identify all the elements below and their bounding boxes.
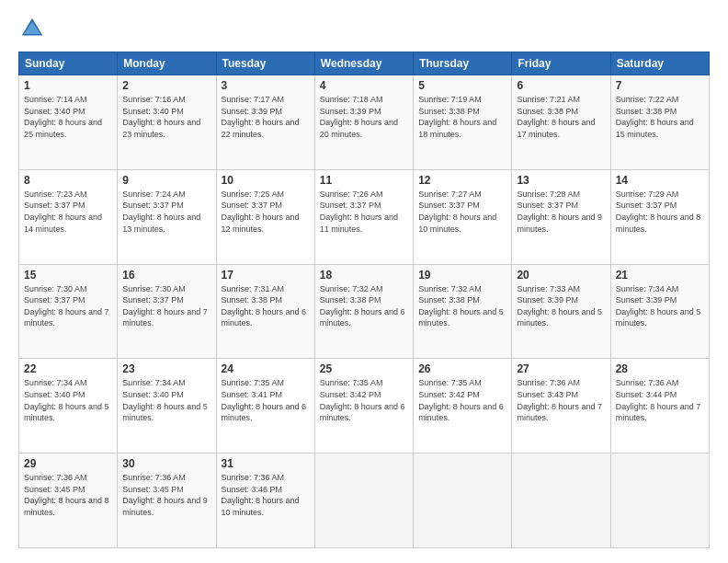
day-number: 4 xyxy=(320,79,408,92)
calendar-day-cell: 25 Sunrise: 7:35 AM Sunset: 3:42 PM Dayl… xyxy=(314,359,413,454)
calendar-day-cell: 18 Sunrise: 7:32 AM Sunset: 3:38 PM Dayl… xyxy=(314,264,413,359)
day-info: Sunrise: 7:17 AM Sunset: 3:39 PM Dayligh… xyxy=(222,94,310,140)
day-info: Sunrise: 7:34 AM Sunset: 3:39 PM Dayligh… xyxy=(616,283,704,329)
calendar-day-cell: 15 Sunrise: 7:30 AM Sunset: 3:37 PM Dayl… xyxy=(19,264,118,359)
day-info: Sunrise: 7:33 AM Sunset: 3:39 PM Dayligh… xyxy=(517,283,605,329)
header xyxy=(18,15,710,42)
day-info: Sunrise: 7:26 AM Sunset: 3:37 PM Dayligh… xyxy=(320,189,408,235)
day-number: 2 xyxy=(122,79,210,92)
calendar-day-cell: 21 Sunrise: 7:34 AM Sunset: 3:39 PM Dayl… xyxy=(610,264,709,359)
day-number: 6 xyxy=(517,79,605,92)
day-number: 7 xyxy=(616,79,704,92)
day-info: Sunrise: 7:36 AM Sunset: 3:43 PM Dayligh… xyxy=(517,377,605,423)
calendar-day-cell: 28 Sunrise: 7:36 AM Sunset: 3:44 PM Dayl… xyxy=(610,359,709,454)
weekday-header: Sunday xyxy=(19,52,118,75)
day-info: Sunrise: 7:29 AM Sunset: 3:37 PM Dayligh… xyxy=(616,189,704,235)
calendar-day-cell: 27 Sunrise: 7:36 AM Sunset: 3:43 PM Dayl… xyxy=(512,359,610,454)
calendar-day-cell: 9 Sunrise: 7:24 AM Sunset: 3:37 PM Dayli… xyxy=(118,169,216,264)
day-info: Sunrise: 7:21 AM Sunset: 3:38 PM Dayligh… xyxy=(517,94,605,140)
calendar-day-cell: 13 Sunrise: 7:28 AM Sunset: 3:37 PM Dayl… xyxy=(512,169,610,264)
day-number: 24 xyxy=(222,362,310,375)
day-number: 5 xyxy=(418,79,506,92)
day-number: 8 xyxy=(24,174,112,187)
weekday-header: Tuesday xyxy=(216,52,314,75)
day-info: Sunrise: 7:36 AM Sunset: 3:45 PM Dayligh… xyxy=(122,472,210,518)
day-number: 27 xyxy=(517,362,605,375)
weekday-header: Wednesday xyxy=(314,52,413,75)
day-info: Sunrise: 7:28 AM Sunset: 3:37 PM Dayligh… xyxy=(517,189,605,235)
day-number: 15 xyxy=(24,269,112,282)
day-info: Sunrise: 7:27 AM Sunset: 3:37 PM Dayligh… xyxy=(418,189,506,235)
weekday-header: Thursday xyxy=(414,52,512,75)
day-number: 18 xyxy=(320,269,408,282)
page: SundayMondayTuesdayWednesdayThursdayFrid… xyxy=(0,0,728,563)
calendar-day-cell: 8 Sunrise: 7:23 AM Sunset: 3:37 PM Dayli… xyxy=(19,169,118,264)
calendar-day-cell: 24 Sunrise: 7:35 AM Sunset: 3:41 PM Dayl… xyxy=(216,359,314,454)
day-info: Sunrise: 7:36 AM Sunset: 3:46 PM Dayligh… xyxy=(222,472,310,518)
day-number: 21 xyxy=(616,269,704,282)
day-number: 29 xyxy=(24,457,112,470)
day-number: 12 xyxy=(418,174,506,187)
calendar-day-cell: 20 Sunrise: 7:33 AM Sunset: 3:39 PM Dayl… xyxy=(512,264,610,359)
day-info: Sunrise: 7:24 AM Sunset: 3:37 PM Dayligh… xyxy=(122,189,210,235)
weekday-header-row: SundayMondayTuesdayWednesdayThursdayFrid… xyxy=(19,52,710,75)
calendar-day-cell: 1 Sunrise: 7:14 AM Sunset: 3:40 PM Dayli… xyxy=(19,75,118,170)
logo xyxy=(18,15,50,42)
day-number: 13 xyxy=(517,174,605,187)
calendar-day-cell: 23 Sunrise: 7:34 AM Sunset: 3:40 PM Dayl… xyxy=(118,359,216,454)
day-info: Sunrise: 7:16 AM Sunset: 3:40 PM Dayligh… xyxy=(122,94,210,140)
day-info: Sunrise: 7:22 AM Sunset: 3:38 PM Dayligh… xyxy=(616,94,704,140)
calendar-day-cell: 26 Sunrise: 7:35 AM Sunset: 3:42 PM Dayl… xyxy=(414,359,512,454)
day-number: 3 xyxy=(222,79,310,92)
day-info: Sunrise: 7:32 AM Sunset: 3:38 PM Dayligh… xyxy=(320,283,408,329)
calendar-day-cell: 17 Sunrise: 7:31 AM Sunset: 3:38 PM Dayl… xyxy=(216,264,314,359)
day-number: 16 xyxy=(122,269,210,282)
day-info: Sunrise: 7:25 AM Sunset: 3:37 PM Dayligh… xyxy=(222,189,310,235)
day-number: 23 xyxy=(122,362,210,375)
calendar-week-row: 15 Sunrise: 7:30 AM Sunset: 3:37 PM Dayl… xyxy=(19,264,710,359)
day-number: 31 xyxy=(222,457,310,470)
day-number: 28 xyxy=(616,362,704,375)
weekday-header: Monday xyxy=(118,52,216,75)
calendar-week-row: 22 Sunrise: 7:34 AM Sunset: 3:40 PM Dayl… xyxy=(19,359,710,454)
calendar-week-row: 1 Sunrise: 7:14 AM Sunset: 3:40 PM Dayli… xyxy=(19,75,710,170)
day-info: Sunrise: 7:32 AM Sunset: 3:38 PM Dayligh… xyxy=(418,283,506,329)
calendar-week-row: 8 Sunrise: 7:23 AM Sunset: 3:37 PM Dayli… xyxy=(19,169,710,264)
calendar-day-cell: 6 Sunrise: 7:21 AM Sunset: 3:38 PM Dayli… xyxy=(512,75,610,170)
day-number: 22 xyxy=(24,362,112,375)
calendar-week-row: 29 Sunrise: 7:36 AM Sunset: 3:45 PM Dayl… xyxy=(19,454,710,548)
day-number: 30 xyxy=(122,457,210,470)
day-number: 17 xyxy=(222,269,310,282)
calendar-day-cell: 11 Sunrise: 7:26 AM Sunset: 3:37 PM Dayl… xyxy=(314,169,413,264)
day-info: Sunrise: 7:36 AM Sunset: 3:45 PM Dayligh… xyxy=(24,472,112,518)
day-info: Sunrise: 7:34 AM Sunset: 3:40 PM Dayligh… xyxy=(122,377,210,423)
calendar-day-cell: 2 Sunrise: 7:16 AM Sunset: 3:40 PM Dayli… xyxy=(118,75,216,170)
calendar-day-cell: 3 Sunrise: 7:17 AM Sunset: 3:39 PM Dayli… xyxy=(216,75,314,170)
calendar-day-cell: 5 Sunrise: 7:19 AM Sunset: 3:38 PM Dayli… xyxy=(414,75,512,170)
day-info: Sunrise: 7:36 AM Sunset: 3:44 PM Dayligh… xyxy=(616,377,704,423)
day-info: Sunrise: 7:19 AM Sunset: 3:38 PM Dayligh… xyxy=(418,94,506,140)
calendar-day-cell: 31 Sunrise: 7:36 AM Sunset: 3:46 PM Dayl… xyxy=(216,454,314,548)
logo-icon xyxy=(18,15,46,42)
calendar-day-cell: 16 Sunrise: 7:30 AM Sunset: 3:37 PM Dayl… xyxy=(118,264,216,359)
calendar-table: SundayMondayTuesdayWednesdayThursdayFrid… xyxy=(18,52,710,548)
calendar-day-cell xyxy=(610,454,709,548)
day-info: Sunrise: 7:35 AM Sunset: 3:42 PM Dayligh… xyxy=(418,377,506,423)
calendar-day-cell: 12 Sunrise: 7:27 AM Sunset: 3:37 PM Dayl… xyxy=(414,169,512,264)
day-info: Sunrise: 7:30 AM Sunset: 3:37 PM Dayligh… xyxy=(122,283,210,329)
day-number: 25 xyxy=(320,362,408,375)
calendar-day-cell xyxy=(314,454,413,548)
calendar-day-cell: 29 Sunrise: 7:36 AM Sunset: 3:45 PM Dayl… xyxy=(19,454,118,548)
weekday-header: Saturday xyxy=(610,52,709,75)
day-number: 1 xyxy=(24,79,112,92)
day-info: Sunrise: 7:14 AM Sunset: 3:40 PM Dayligh… xyxy=(24,94,112,140)
calendar-day-cell: 22 Sunrise: 7:34 AM Sunset: 3:40 PM Dayl… xyxy=(19,359,118,454)
day-info: Sunrise: 7:18 AM Sunset: 3:39 PM Dayligh… xyxy=(320,94,408,140)
calendar-day-cell: 14 Sunrise: 7:29 AM Sunset: 3:37 PM Dayl… xyxy=(610,169,709,264)
day-info: Sunrise: 7:31 AM Sunset: 3:38 PM Dayligh… xyxy=(222,283,310,329)
calendar-day-cell: 10 Sunrise: 7:25 AM Sunset: 3:37 PM Dayl… xyxy=(216,169,314,264)
day-info: Sunrise: 7:23 AM Sunset: 3:37 PM Dayligh… xyxy=(24,189,112,235)
calendar-day-cell xyxy=(512,454,610,548)
day-number: 26 xyxy=(418,362,506,375)
calendar-day-cell: 4 Sunrise: 7:18 AM Sunset: 3:39 PM Dayli… xyxy=(314,75,413,170)
